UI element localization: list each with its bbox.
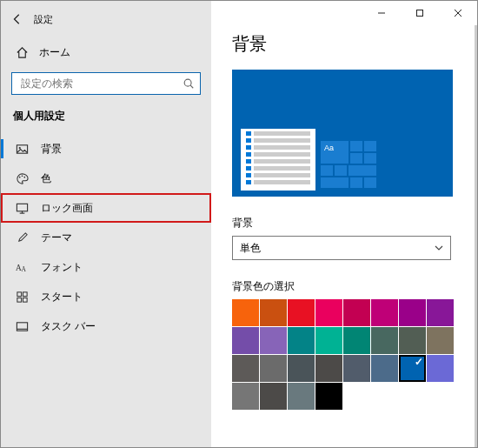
chevron-down-icon xyxy=(435,244,443,252)
svg-rect-7 xyxy=(17,204,27,211)
image-icon xyxy=(13,143,30,156)
color-swatch[interactable] xyxy=(343,299,370,326)
color-swatch[interactable] xyxy=(399,327,426,354)
sidebar-home[interactable]: ホーム xyxy=(1,39,211,65)
minimize-button[interactable] xyxy=(362,1,401,25)
color-swatch[interactable] xyxy=(288,327,315,354)
preview-start-menu: Aa xyxy=(321,141,382,197)
color-swatch[interactable] xyxy=(371,299,398,326)
color-swatch[interactable] xyxy=(427,327,454,354)
background-preview: Aa xyxy=(232,70,453,197)
color-swatch[interactable] xyxy=(343,327,370,354)
close-button[interactable] xyxy=(439,1,477,25)
color-swatch[interactable] xyxy=(260,327,287,354)
svg-rect-13 xyxy=(23,291,27,296)
monitor-icon xyxy=(13,202,30,215)
search-box[interactable] xyxy=(11,72,201,95)
svg-point-4 xyxy=(18,176,20,177)
titlebar-left: 設定 xyxy=(1,10,211,29)
svg-rect-14 xyxy=(17,298,21,302)
scrollbar[interactable] xyxy=(475,25,477,447)
font-icon: AA xyxy=(13,261,30,274)
svg-rect-12 xyxy=(17,291,21,296)
sidebar-item-theme[interactable]: テーマ xyxy=(1,223,211,252)
brush-icon xyxy=(13,231,30,244)
svg-point-5 xyxy=(21,175,23,177)
sidebar-item-color[interactable]: 色 xyxy=(1,164,211,193)
svg-point-6 xyxy=(23,176,25,177)
start-icon xyxy=(13,291,30,304)
color-section-label: 背景色の選択 xyxy=(232,279,461,294)
background-type-label: 背景 xyxy=(232,216,461,231)
sidebar-item-background[interactable]: 背景 xyxy=(1,134,211,164)
color-swatch[interactable] xyxy=(315,383,342,410)
svg-point-0 xyxy=(184,79,191,86)
color-swatch[interactable] xyxy=(232,383,259,410)
page-title: 背景 xyxy=(232,32,461,56)
palette-icon xyxy=(13,172,30,185)
sidebar-item-label: ロック画面 xyxy=(41,201,93,216)
preview-aa: Aa xyxy=(324,144,334,152)
svg-rect-2 xyxy=(17,144,27,152)
home-label: ホーム xyxy=(39,45,70,60)
sidebar: 設定 ホーム 個人用設定 背景色ロック画面テーマAAフォントスタートタスク バー xyxy=(1,1,211,447)
color-swatch[interactable] xyxy=(288,355,315,382)
settings-window: 設定 ホーム 個人用設定 背景色ロック画面テーマAAフォントスタートタスク バー xyxy=(0,0,478,448)
sidebar-item-label: 背景 xyxy=(41,142,62,157)
preview-taskbar xyxy=(232,191,453,197)
color-swatch[interactable] xyxy=(427,355,454,382)
preview-app-window xyxy=(241,129,315,197)
sidebar-item-start[interactable]: スタート xyxy=(1,282,211,311)
sidebar-item-label: タスク バー xyxy=(41,319,96,334)
sidebar-item-label: スタート xyxy=(41,290,83,304)
color-swatch[interactable] xyxy=(399,355,426,382)
content: 背景 Aa xyxy=(211,8,477,447)
sidebar-item-lockscreen[interactable]: ロック画面 xyxy=(1,193,211,223)
background-type-dropdown[interactable]: 単色 xyxy=(232,236,451,260)
color-swatch[interactable] xyxy=(315,327,342,354)
color-swatch[interactable] xyxy=(260,299,287,326)
taskbar-icon xyxy=(13,320,30,333)
color-swatch[interactable] xyxy=(288,299,315,326)
color-swatch-grid xyxy=(232,299,455,410)
color-swatch[interactable] xyxy=(315,355,342,382)
color-swatch[interactable] xyxy=(343,355,370,382)
color-swatch[interactable] xyxy=(288,383,315,410)
search-input[interactable] xyxy=(19,77,183,90)
main-panel: 背景 Aa xyxy=(211,1,477,447)
color-swatch[interactable] xyxy=(232,327,259,354)
back-button[interactable] xyxy=(11,13,27,25)
sidebar-section-title: 個人用設定 xyxy=(1,95,211,129)
color-swatch[interactable] xyxy=(371,355,398,382)
sidebar-item-label: フォント xyxy=(41,260,83,275)
color-swatch[interactable] xyxy=(260,355,287,382)
svg-text:A: A xyxy=(21,265,26,273)
svg-rect-19 xyxy=(417,10,423,17)
home-icon xyxy=(13,46,30,59)
color-swatch[interactable] xyxy=(371,327,398,354)
maximize-button[interactable] xyxy=(401,1,439,25)
color-swatch[interactable] xyxy=(315,299,342,326)
sidebar-item-font[interactable]: AAフォント xyxy=(1,252,211,282)
color-swatch[interactable] xyxy=(232,299,259,326)
svg-line-1 xyxy=(190,85,193,88)
color-swatch[interactable] xyxy=(427,299,454,326)
sidebar-nav: 背景色ロック画面テーマAAフォントスタートタスク バー xyxy=(1,134,211,341)
sidebar-item-label: 色 xyxy=(41,171,51,186)
dropdown-value: 単色 xyxy=(240,241,261,256)
color-swatch[interactable] xyxy=(232,355,259,382)
window-controls xyxy=(362,1,477,25)
sidebar-item-label: テーマ xyxy=(41,231,72,245)
sidebar-item-taskbar[interactable]: タスク バー xyxy=(1,311,211,341)
window-title: 設定 xyxy=(34,13,53,26)
svg-rect-15 xyxy=(23,298,27,302)
color-swatch[interactable] xyxy=(260,383,287,410)
search-icon xyxy=(183,77,195,90)
color-swatch[interactable] xyxy=(399,299,426,326)
